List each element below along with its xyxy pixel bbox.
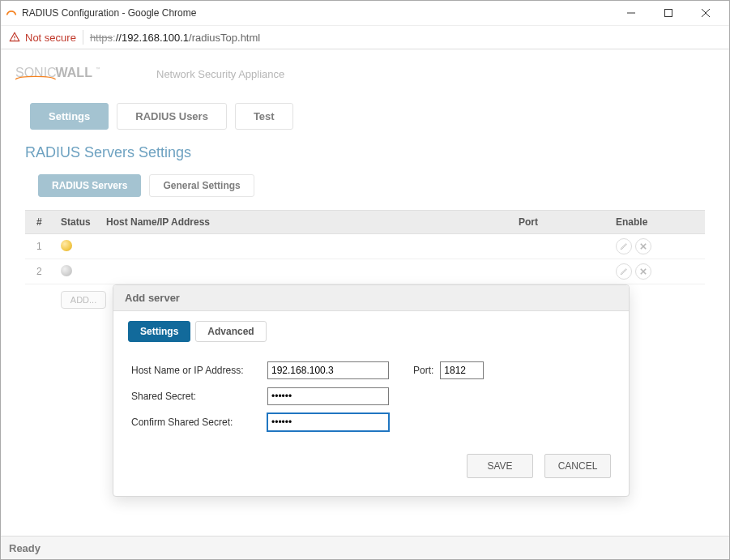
window-title: RADIUS Configuration - Google Chrome xyxy=(22,7,613,19)
col-enable-header: Enable xyxy=(616,216,705,228)
subtab-general-settings[interactable]: General Settings xyxy=(149,174,254,197)
svg-text:™: ™ xyxy=(96,66,100,71)
pencil-icon xyxy=(620,267,628,276)
brand-subtitle: Network Security Appliance xyxy=(156,68,284,80)
shared-secret-input[interactable] xyxy=(267,387,389,405)
col-num-header: # xyxy=(25,216,61,228)
warning-icon xyxy=(9,32,20,43)
confirm-secret-input[interactable] xyxy=(267,413,389,431)
tab-settings[interactable]: Settings xyxy=(30,103,109,130)
row-number: 1 xyxy=(25,241,61,252)
delete-row-button[interactable] xyxy=(635,238,651,254)
url-proto: https xyxy=(90,32,113,44)
not-secure-indicator[interactable]: Not secure xyxy=(9,32,76,44)
main-tabs: Settings RADIUS Users Test xyxy=(1,90,729,138)
browser-address-bar: Not secure https://192.168.100.1/radiusT… xyxy=(1,26,729,49)
col-host-header: Host Name/IP Address xyxy=(106,216,519,228)
brand-header: SONIC WALL ™ Network Security Appliance xyxy=(1,49,729,90)
status-bar: Ready xyxy=(1,536,729,559)
sub-tabs: RADIUS Servers General Settings xyxy=(1,166,729,205)
save-button[interactable]: SAVE xyxy=(467,454,533,478)
dialog-title: Add server xyxy=(113,285,629,311)
status-inactive-icon xyxy=(61,265,72,276)
window-titlebar: RADIUS Configuration - Google Chrome xyxy=(1,1,729,26)
status-text: Ready xyxy=(9,542,41,554)
status-active-icon xyxy=(61,240,72,251)
x-icon xyxy=(640,268,647,275)
table-row: 1 xyxy=(25,234,705,259)
cancel-button[interactable]: CANCEL xyxy=(544,454,611,478)
edit-row-button[interactable] xyxy=(616,238,632,254)
table-header: # Status Host Name/IP Address Port Enabl… xyxy=(25,210,705,234)
url-host: //192.168.100.1 xyxy=(116,32,189,44)
host-label: Host Name or IP Address: xyxy=(131,365,261,376)
url-path: /radiusTop.html xyxy=(189,32,260,44)
svg-text:WALL: WALL xyxy=(56,65,93,79)
divider xyxy=(83,30,83,45)
table-row: 2 xyxy=(25,259,705,284)
svg-point-5 xyxy=(14,39,15,40)
x-icon xyxy=(640,243,647,250)
pencil-icon xyxy=(620,242,628,250)
tab-test[interactable]: Test xyxy=(235,103,293,130)
host-input[interactable] xyxy=(267,361,389,379)
tab-radius-users[interactable]: RADIUS Users xyxy=(117,103,227,130)
not-secure-label: Not secure xyxy=(25,32,76,44)
add-server-button[interactable]: ADD... xyxy=(61,291,106,309)
window-minimize-button[interactable] xyxy=(613,1,650,25)
subtab-radius-servers[interactable]: RADIUS Servers xyxy=(38,174,141,197)
port-label: Port: xyxy=(413,365,433,376)
brand-logo: SONIC WALL ™ xyxy=(15,62,145,86)
edit-row-button[interactable] xyxy=(616,263,632,280)
section-title: RADIUS Servers Settings xyxy=(1,138,729,166)
shared-secret-label: Shared Secret: xyxy=(131,391,261,402)
window-close-button[interactable] xyxy=(687,1,724,25)
url-display[interactable]: https://192.168.100.1/radiusTop.html xyxy=(90,32,260,44)
col-port-header: Port xyxy=(519,216,616,228)
window-maximize-button[interactable] xyxy=(650,1,687,25)
confirm-secret-label: Confirm Shared Secret: xyxy=(131,417,261,428)
port-input[interactable] xyxy=(440,361,484,379)
dialog-tab-settings[interactable]: Settings xyxy=(128,321,190,342)
row-number: 2 xyxy=(25,266,61,277)
add-server-dialog: Add server Settings Advanced Host Name o… xyxy=(113,284,630,497)
col-status-header: Status xyxy=(61,216,106,228)
delete-row-button[interactable] xyxy=(635,263,651,280)
svg-rect-1 xyxy=(665,10,672,17)
favicon-icon xyxy=(6,7,17,19)
dialog-tabs: Settings Advanced xyxy=(113,311,629,347)
dialog-tab-advanced[interactable]: Advanced xyxy=(195,321,266,342)
